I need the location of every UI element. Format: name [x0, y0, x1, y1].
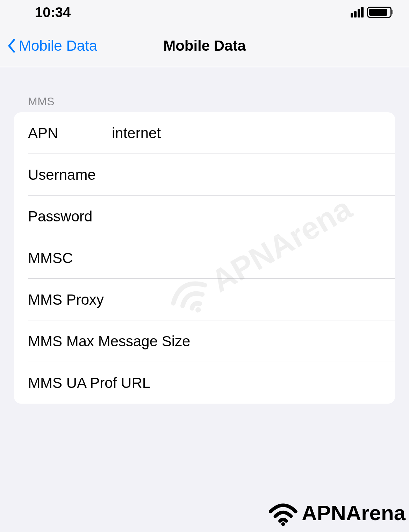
row-username[interactable]: Username: [14, 154, 395, 196]
input-mms-max-message-size[interactable]: [190, 333, 381, 350]
label-mms-ua-prof-url: MMS UA Prof URL: [28, 375, 150, 391]
cellular-signal-icon: [351, 7, 364, 17]
back-button[interactable]: Mobile Data: [0, 37, 97, 54]
row-password[interactable]: Password: [14, 196, 395, 237]
label-username: Username: [28, 166, 112, 183]
label-mms-max-message-size: MMS Max Message Size: [28, 333, 190, 350]
chevron-left-icon: [7, 38, 15, 53]
label-mmsc: MMSC: [28, 250, 112, 267]
page-title: Mobile Data: [163, 37, 246, 54]
watermark-text: APNArena: [302, 501, 406, 525]
row-mms-ua-prof-url[interactable]: MMS UA Prof URL: [14, 362, 395, 404]
label-password: Password: [28, 208, 112, 225]
back-label: Mobile Data: [19, 37, 97, 54]
input-password[interactable]: [112, 208, 381, 225]
watermark-bottom: APNArena: [267, 501, 406, 525]
status-bar: 10:34: [0, 0, 409, 24]
label-apn: APN: [28, 125, 112, 142]
row-apn[interactable]: APN: [14, 112, 395, 154]
svg-point-1: [281, 522, 285, 526]
navigation-bar: Mobile Data Mobile Data: [0, 24, 409, 67]
row-mms-proxy[interactable]: MMS Proxy: [14, 279, 395, 320]
input-mms-proxy[interactable]: [104, 291, 381, 308]
status-right: [351, 7, 392, 18]
status-time: 10:34: [35, 5, 71, 20]
input-mms-ua-prof-url[interactable]: [150, 375, 381, 391]
section-header-mms: MMS: [14, 95, 395, 112]
input-username[interactable]: [112, 166, 381, 183]
input-apn[interactable]: [112, 125, 381, 142]
content-area: MMS APN Username Password MMSC MMS Proxy…: [0, 67, 409, 404]
battery-icon: [367, 7, 392, 18]
row-mmsc[interactable]: MMSC: [14, 237, 395, 279]
row-mms-max-message-size[interactable]: MMS Max Message Size: [14, 320, 395, 362]
wifi-icon: [267, 501, 299, 525]
input-mmsc[interactable]: [112, 250, 381, 267]
settings-group-mms: APN Username Password MMSC MMS Proxy MMS…: [14, 112, 395, 404]
label-mms-proxy: MMS Proxy: [28, 291, 104, 308]
